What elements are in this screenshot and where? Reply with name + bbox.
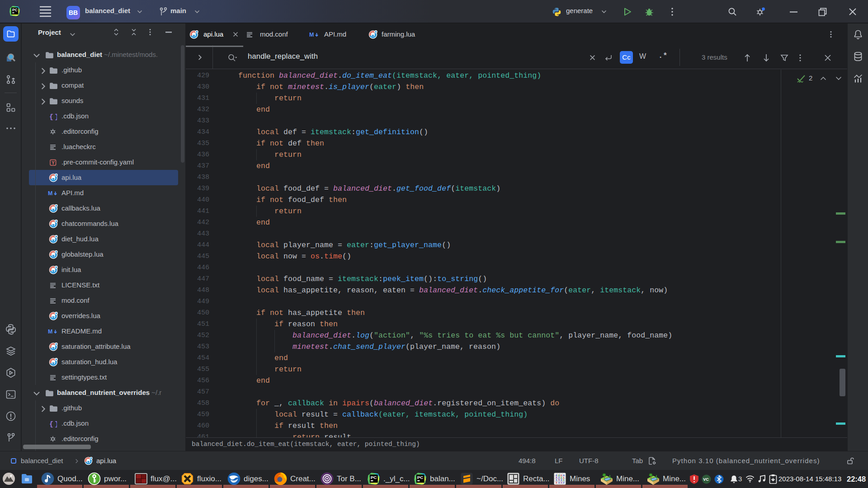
svg-text:PC: PC	[417, 475, 424, 480]
svg-text:VC: VC	[703, 477, 709, 482]
svg-text:PC: PC	[12, 8, 18, 12]
svg-text:PC: PC	[371, 475, 377, 480]
svg-text:2: 2	[563, 481, 564, 484]
svg-text:2: 2	[556, 481, 557, 484]
